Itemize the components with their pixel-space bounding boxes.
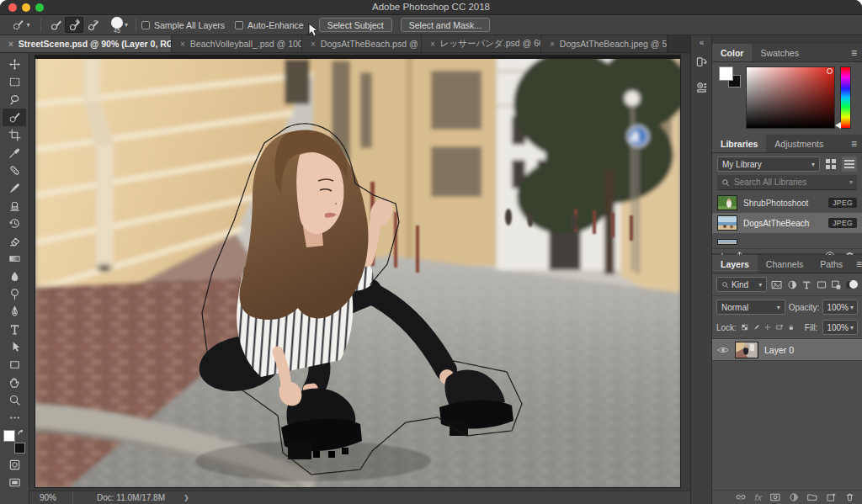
library-item-partial[interactable] xyxy=(712,233,862,248)
brush-tool[interactable] xyxy=(3,179,26,197)
link-layers-icon[interactable] xyxy=(735,492,747,502)
new-adjustment-layer-icon[interactable] xyxy=(789,492,799,502)
close-icon[interactable]: × xyxy=(311,40,316,49)
layer-filter-toggle[interactable] xyxy=(846,281,858,289)
swap-colors-icon[interactable] xyxy=(18,430,25,438)
panel-menu-icon[interactable]: ≡ xyxy=(851,255,862,273)
library-search-field[interactable]: Search All Libraries ▾ xyxy=(717,175,857,190)
lock-all-icon[interactable] xyxy=(788,322,795,332)
tab-dogsatthebeach-psd[interactable]: × DogsAtTheBeach.psd @ 50... xyxy=(302,35,422,52)
library-select[interactable]: My Library ▾ xyxy=(717,157,820,172)
new-selection-mode-button[interactable] xyxy=(46,17,65,33)
new-layer-icon[interactable] xyxy=(826,492,837,502)
dodge-tool[interactable] xyxy=(3,285,26,303)
history-brush-tool[interactable] xyxy=(3,215,26,232)
type-tool[interactable] xyxy=(3,321,26,338)
filter-type-layers-icon[interactable] xyxy=(801,279,812,290)
spot-healing-brush-tool[interactable] xyxy=(3,162,26,179)
close-icon[interactable]: × xyxy=(180,40,185,49)
hue-slider[interactable] xyxy=(840,66,851,129)
eraser-tool[interactable] xyxy=(3,232,26,250)
crop-tool[interactable] xyxy=(3,126,26,144)
pen-tool[interactable] xyxy=(3,303,26,321)
tool-preset-picker[interactable]: ▾ xyxy=(7,17,35,33)
layer-style-fx-button[interactable]: fx xyxy=(754,492,762,502)
tab-dogsatthebeach-jpeg[interactable]: × DogsAtTheBeach.jpeg @ 50... xyxy=(541,35,668,52)
tab-channels[interactable]: Channels xyxy=(758,255,811,273)
lasso-tool[interactable] xyxy=(3,91,26,109)
color-picker-marker[interactable] xyxy=(827,68,833,74)
select-and-mask-button[interactable]: Select and Mask... xyxy=(401,18,490,32)
tab-lesserpanda[interactable]: × レッサーパンダ.psd @ 66.7% ... xyxy=(422,35,541,52)
path-selection-tool[interactable] xyxy=(3,338,26,356)
layer-filter-select[interactable]: Kind ▾ xyxy=(716,277,767,292)
lock-pixels-icon[interactable] xyxy=(753,322,760,332)
fill-value-field[interactable]: 100% ▾ xyxy=(822,320,858,335)
lock-transparency-icon[interactable] xyxy=(742,322,748,332)
layer-visibility-eye-icon[interactable] xyxy=(717,346,729,354)
history-panel-icon[interactable] xyxy=(691,49,712,74)
filter-pixel-layers-icon[interactable] xyxy=(771,279,783,290)
blur-tool[interactable] xyxy=(3,268,26,285)
add-layer-mask-icon[interactable] xyxy=(769,492,781,502)
quick-selection-tool[interactable] xyxy=(3,109,26,126)
hue-slider-marker[interactable] xyxy=(835,121,842,130)
tab-beachvolleyball[interactable]: × BeachVolleyball_.psd @ 100... xyxy=(172,35,302,52)
foreground-color-swatch[interactable] xyxy=(719,66,733,81)
marquee-tool[interactable] xyxy=(3,73,26,91)
select-subject-button[interactable]: Select Subject xyxy=(319,18,392,32)
open-document-image[interactable] xyxy=(35,56,680,487)
lock-position-icon[interactable] xyxy=(764,322,771,332)
tab-adjustments[interactable]: Adjustments xyxy=(766,135,832,152)
device-preview-panel-icon[interactable] xyxy=(691,74,712,99)
tab-label: DogsAtTheBeach.jpeg @ 50... xyxy=(560,39,668,49)
subtract-from-selection-mode-button[interactable] xyxy=(83,17,102,33)
list-view-button[interactable] xyxy=(842,157,857,172)
lock-artboard-icon[interactable] xyxy=(776,322,783,332)
edit-toolbar-ellipsis[interactable] xyxy=(3,409,26,427)
zoom-tool[interactable] xyxy=(3,391,26,409)
hand-tool[interactable] xyxy=(3,374,26,391)
tab-libraries[interactable]: Libraries xyxy=(712,135,766,152)
opacity-value-field[interactable]: 100% ▾ xyxy=(822,300,858,315)
library-item-shrubphotoshoot[interactable]: ShrubPhotoshoot JPEG xyxy=(712,193,862,213)
move-tool[interactable] xyxy=(3,56,26,73)
foreground-color-swatch[interactable] xyxy=(3,430,15,442)
sample-all-layers-checkbox[interactable] xyxy=(141,21,150,29)
tab-streetscene[interactable]: × StreetScene.psd @ 90% (Layer 0, RGB/8)… xyxy=(0,35,172,52)
panel-menu-icon[interactable]: ≡ xyxy=(846,135,862,152)
close-icon[interactable]: × xyxy=(550,40,555,49)
close-icon[interactable]: × xyxy=(8,40,13,49)
quick-mask-button[interactable] xyxy=(3,456,26,474)
chevron-down-icon: ▾ xyxy=(850,324,854,332)
gradient-tool[interactable] xyxy=(3,250,26,268)
eyedropper-tool[interactable] xyxy=(3,144,26,162)
shape-tool[interactable] xyxy=(3,356,26,374)
tab-paths[interactable]: Paths xyxy=(811,255,851,273)
color-saturation-field[interactable] xyxy=(746,66,835,129)
delete-layer-icon[interactable] xyxy=(844,492,855,502)
collapse-panels-button[interactable]: « xyxy=(691,35,712,49)
chevron-right-icon[interactable]: ❯ xyxy=(184,494,189,501)
canvas-area[interactable] xyxy=(29,53,690,491)
blend-mode-select[interactable]: Normal ▾ xyxy=(716,300,785,315)
close-icon[interactable]: × xyxy=(430,40,435,49)
library-item-dogsatthebeach[interactable]: DogsAtTheBeach JPEG xyxy=(712,213,862,233)
auto-enhance-checkbox[interactable] xyxy=(235,21,243,29)
screen-mode-button[interactable] xyxy=(3,474,26,491)
tab-color[interactable]: Color xyxy=(712,44,752,61)
brush-size-picker[interactable]: 45 ▾ xyxy=(109,17,130,33)
filter-adjustment-layers-icon[interactable] xyxy=(787,279,798,290)
foreground-background-colors[interactable] xyxy=(3,430,25,454)
grid-view-button[interactable] xyxy=(823,157,838,172)
clone-stamp-tool[interactable] xyxy=(3,197,26,215)
zoom-level-field[interactable]: 90% xyxy=(29,491,73,504)
filter-shape-layers-icon[interactable] xyxy=(817,279,827,290)
new-group-folder-icon[interactable] xyxy=(806,492,818,502)
panel-menu-icon[interactable]: ≡ xyxy=(846,44,862,61)
add-to-selection-mode-button[interactable] xyxy=(65,17,83,33)
tab-swatches[interactable]: Swatches xyxy=(752,44,807,61)
tab-layers[interactable]: Layers xyxy=(712,255,758,273)
background-color-swatch[interactable] xyxy=(14,443,25,454)
filter-smart-objects-icon[interactable] xyxy=(831,279,842,290)
